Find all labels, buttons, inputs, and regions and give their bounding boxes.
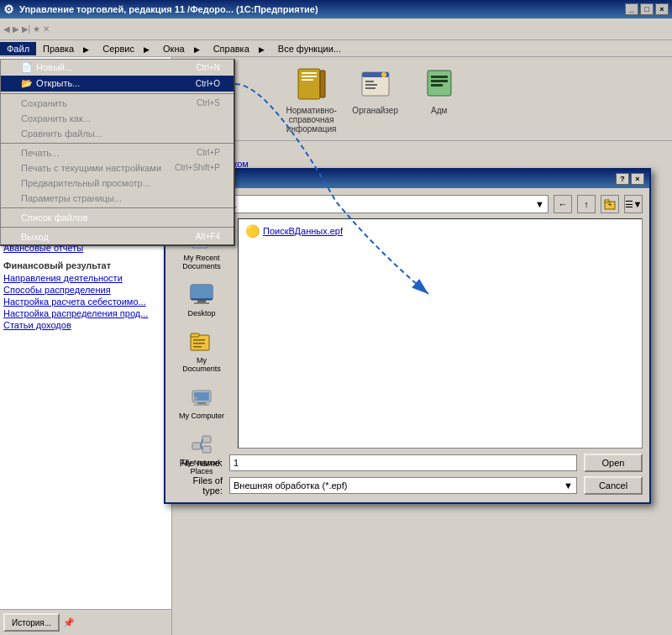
sidebar-bottom: История... 📌 — [0, 609, 171, 635]
nav-icons: My RecentDocuments Desktop — [172, 218, 231, 449]
menu-new[interactable]: 📄 Новый... Ctrl+N — [1, 60, 234, 76]
file-dropdown: 📄 Новый... Ctrl+N 📂 Открыть... Ctrl+O Со… — [0, 59, 235, 246]
svg-line-40 — [201, 439, 202, 446]
filetype-select-wrapper: Внешняя обработка (*.epf) ▼ — [229, 477, 577, 494]
file-name-epf: ПоискВДанных.epf — [263, 226, 343, 236]
menu-all-functions[interactable]: Все функции... — [271, 42, 348, 55]
filetype-select[interactable]: Внешняя обработка (*.epf) ▼ — [229, 477, 577, 494]
menu-edit[interactable]: Правка ▶ — [36, 42, 96, 55]
toolbar-back-button[interactable]: ← — [554, 195, 572, 213]
chevron-down-icon: ▼ — [535, 199, 544, 209]
svg-rect-9 — [365, 87, 375, 89]
history-button[interactable]: История... — [3, 613, 60, 632]
look-in-wrapper: 📁 1 ▼ — [210, 195, 549, 213]
svg-point-10 — [381, 72, 386, 77]
svg-rect-1 — [302, 72, 317, 74]
maximize-button[interactable]: □ — [640, 3, 654, 15]
icon-reference-label: Нормативно-справочная информация — [286, 106, 336, 134]
svg-rect-30 — [193, 343, 205, 344]
minimize-button[interactable]: _ — [625, 3, 638, 15]
menu-help[interactable]: Справка ▶ — [207, 42, 271, 55]
menu-exit[interactable]: Выход Alt+F4 — [1, 229, 234, 244]
dialog-help-button[interactable]: ? — [616, 173, 629, 185]
icon-organizer[interactable]: Органайзер — [350, 64, 401, 134]
dialog-title-bar: Open ? × — [165, 170, 649, 188]
menu-windows[interactable]: Окна ▶ — [156, 42, 207, 55]
svg-text:+: + — [608, 201, 612, 208]
file-list-area[interactable]: 🟡 ПоискВДанных.epf — [238, 218, 643, 449]
menu-service[interactable]: Сервис ▶ — [96, 42, 156, 55]
svg-rect-37 — [192, 443, 201, 449]
toolbar-view-button[interactable]: ☰▼ — [624, 195, 643, 213]
app-toolbar: ◀ ▶ ▶| ★ ✕ — [0, 18, 672, 40]
svg-rect-28 — [191, 333, 199, 337]
menu-compare[interactable]: Сравнить файлы... — [1, 126, 234, 141]
sidebar-link-cost-calc[interactable]: Настройка расчета себестоимо... — [3, 296, 168, 307]
menu-print-current[interactable]: Печать с текущими настройками Ctrl+Shift… — [1, 160, 234, 176]
sidebar-link-income-items[interactable]: Статьи доходов — [3, 319, 168, 331]
filename-label: File name: — [172, 458, 223, 468]
svg-rect-8 — [365, 84, 377, 86]
dialog-close-button[interactable]: × — [631, 173, 644, 185]
nav-my-computer[interactable]: My Computer — [175, 380, 228, 423]
dialog-main: My RecentDocuments Desktop — [172, 218, 643, 449]
svg-rect-13 — [431, 80, 448, 82]
menu-preview[interactable]: Предварительный просмотр... — [1, 176, 234, 191]
menu-file[interactable]: Файл 📄 Новый... Ctrl+N 📂 Открыть... Ctrl… — [0, 42, 36, 55]
nav-desktop-label: Desktop — [187, 309, 215, 318]
icon-admin[interactable]: Адм — [414, 64, 465, 134]
filename-input[interactable] — [229, 454, 577, 471]
dialog-title: Open — [171, 173, 616, 185]
look-in-select[interactable]: 📁 1 ▼ — [210, 195, 549, 213]
filetype-row: Files of type: Внешняя обработка (*.epf)… — [172, 475, 643, 496]
nav-documents-label: My Documents — [178, 356, 225, 373]
svg-rect-12 — [431, 76, 448, 78]
icon-bar: Нормативно-справочная информация Органай… — [172, 57, 672, 141]
menu-bar: Файл 📄 Новый... Ctrl+N 📂 Открыть... Ctrl… — [0, 40, 672, 57]
menu-open[interactable]: 📂 Открыть... Ctrl+O — [1, 76, 234, 92]
open-dialog: Open ? × Look in: 📁 1 ▼ ← ↑ — [164, 168, 651, 504]
sidebar-section-financial: Финансовый результат — [3, 260, 168, 270]
service-title: Сервис — [179, 144, 665, 155]
toolbar-new-folder-button[interactable]: + — [601, 195, 619, 213]
svg-rect-35 — [194, 404, 209, 406]
menu-save[interactable]: Сохранить Ctrl+S — [1, 96, 234, 111]
svg-rect-11 — [428, 71, 451, 96]
sidebar-link-sales-dist[interactable]: Настройка распределения прод... — [3, 307, 168, 319]
svg-rect-25 — [197, 300, 206, 302]
svg-rect-4 — [320, 71, 325, 97]
toolbar-up-button[interactable]: ↑ — [577, 195, 596, 213]
file-item-epf[interactable]: 🟡 ПоискВДанных.epf — [242, 223, 638, 239]
sidebar-link-distribution[interactable]: Способы распределения — [3, 284, 168, 296]
dialog-bottom: File name: Open Files of type: Внешняя о… — [172, 454, 643, 496]
open-button[interactable]: Open — [584, 454, 643, 472]
close-button[interactable]: × — [655, 3, 669, 15]
sidebar-link-directions[interactable]: Направления деятельности — [3, 272, 168, 284]
app-title: Управление торговлей, редакция 11 /Федор… — [19, 4, 625, 14]
filetype-label: Files of type: — [172, 475, 223, 496]
dialog-body: Look in: 📁 1 ▼ ← ↑ + ☰▼ — [165, 188, 649, 502]
menu-save-as[interactable]: Сохранить как... — [1, 111, 234, 126]
svg-rect-24 — [191, 285, 213, 298]
menu-print[interactable]: Печать... Ctrl+P — [1, 145, 234, 160]
menu-page-setup[interactable]: Параметры страницы... — [1, 191, 234, 206]
nav-desktop[interactable]: Desktop — [175, 277, 228, 321]
icon-admin-label: Адм — [431, 106, 447, 115]
cancel-button[interactable]: Cancel — [584, 476, 643, 495]
svg-point-36 — [194, 396, 197, 400]
svg-rect-31 — [193, 346, 202, 348]
icon-reference-info[interactable]: Нормативно-справочная информация — [286, 64, 337, 134]
svg-rect-39 — [202, 446, 211, 453]
svg-rect-14 — [431, 84, 443, 87]
nav-my-documents[interactable]: My Documents — [175, 324, 228, 376]
svg-rect-7 — [365, 81, 374, 82]
filetype-value: Внешняя обработка (*.epf) — [234, 480, 564, 491]
menu-file-list[interactable]: Список файлов — [1, 210, 234, 225]
nav-computer-label: My Computer — [179, 412, 224, 420]
svg-rect-3 — [302, 79, 313, 81]
svg-rect-2 — [302, 76, 317, 77]
svg-rect-29 — [193, 339, 205, 341]
pin-button[interactable]: 📌 — [63, 617, 75, 628]
title-bar: ⚙ Управление торговлей, редакция 11 /Фед… — [0, 0, 672, 18]
filename-row: File name: Open — [172, 454, 643, 472]
